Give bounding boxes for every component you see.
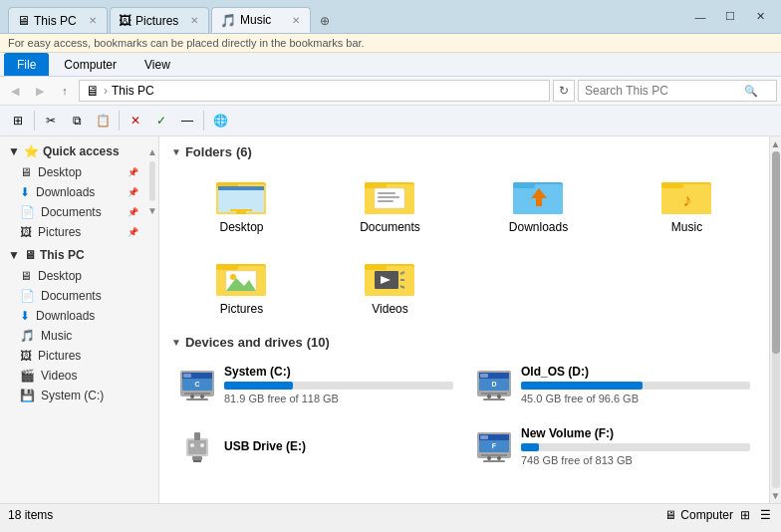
folders-section-header[interactable]: ▼ Folders (6) <box>171 144 757 159</box>
folder-item-downloads[interactable]: Downloads <box>468 167 609 241</box>
sidebar-item-pictures-pc[interactable]: 🖼 Pictures <box>0 346 146 366</box>
folder-item-videos[interactable]: Videos <box>320 249 460 323</box>
folder-item-documents[interactable]: Documents <box>320 167 460 241</box>
svg-rect-49 <box>481 393 507 395</box>
music-tab-icon: 🎵 <box>220 13 236 28</box>
sidebar-item-documents-qa[interactable]: 📄 Documents 📌 <box>0 202 146 222</box>
sidebar-item-documents-qa-label: Documents <box>41 205 102 219</box>
pictures-qa-icon: 🖼 <box>20 225 32 239</box>
main-area: ▼ ⭐ Quick access 🖥 Desktop 📌 ⬇ Downloads… <box>0 136 781 503</box>
address-this-pc: This PC <box>112 84 154 98</box>
pin-icon-downloads: 📌 <box>128 187 138 197</box>
new-tab-button[interactable]: ⊕ <box>313 9 337 33</box>
sidebar-item-pictures-qa[interactable]: 🖼 Pictures 📌 <box>0 222 146 242</box>
sidebar-item-documents-pc[interactable]: 📄 Documents <box>0 286 146 306</box>
sidebar-item-pictures-qa-label: Pictures <box>38 225 81 239</box>
back-button[interactable]: ◀ <box>4 80 26 102</box>
svg-text:F: F <box>492 442 497 449</box>
this-pc-header[interactable]: ▼ 🖥 This PC <box>0 244 146 266</box>
grid-view-button[interactable]: ⊞ <box>6 109 30 133</box>
sidebar-item-downloads-pc[interactable]: ⬇ Downloads <box>0 306 146 326</box>
cut-button[interactable]: ✂ <box>39 109 63 133</box>
drive-new-volume-f[interactable]: F New Volume (F:) 748 GB free of 813 GB <box>468 419 757 473</box>
content-scrollbar: ▲ ▼ <box>769 136 781 503</box>
sidebar-item-downloads-qa[interactable]: ⬇ Downloads 📌 <box>0 182 146 202</box>
music-pc-icon: 🎵 <box>20 329 35 343</box>
tab-music[interactable]: 🎵 Music ✕ <box>211 7 311 33</box>
address-computer-icon: 🖥 <box>86 83 100 99</box>
delete-button[interactable]: ✕ <box>124 109 147 133</box>
sidebar-item-documents-pc-label: Documents <box>41 289 102 303</box>
ribbon-tab-computer[interactable]: Computer <box>51 53 130 76</box>
sidebar-scroll-up[interactable]: ▲ <box>145 144 159 159</box>
refresh-button[interactable]: ↻ <box>553 80 575 102</box>
folder-item-music[interactable]: ♪ Music <box>617 167 757 241</box>
svg-rect-64 <box>480 435 488 439</box>
large-icons-view-button[interactable]: ⊞ <box>737 507 753 523</box>
ribbon-tab-file[interactable]: File <box>4 53 49 76</box>
sidebar-item-system-c[interactable]: 💾 System (C:) <box>0 386 146 405</box>
tab-music-close[interactable]: ✕ <box>290 13 302 28</box>
svg-point-26 <box>230 274 236 280</box>
drive-usb-e[interactable]: USB Drive (E:) <box>171 419 460 473</box>
ribbon-tab-view[interactable]: View <box>131 53 183 76</box>
sidebar-item-desktop-qa-label: Desktop <box>38 165 82 179</box>
tab-pictures[interactable]: 🖼 Pictures ✕ <box>110 7 209 33</box>
tab-this-pc[interactable]: 🖥 This PC ✕ <box>8 7 108 33</box>
up-button[interactable]: ↑ <box>54 80 76 102</box>
tab-pictures-close[interactable]: ✕ <box>188 13 200 28</box>
quick-access-toggle: ▼ <box>8 144 20 158</box>
content-scrollbar-thumb[interactable] <box>772 151 780 354</box>
system-c-icon: 💾 <box>20 389 35 402</box>
minus-button[interactable]: — <box>175 109 199 133</box>
folders-toggle-icon: ▼ <box>171 146 181 157</box>
globe-button[interactable]: 🌐 <box>208 109 232 133</box>
content-scroll-down[interactable]: ▼ <box>771 490 781 501</box>
ribbon: File Computer View <box>0 53 781 77</box>
desktop-pc-icon: 🖥 <box>20 269 32 283</box>
tab-music-label: Music <box>240 13 271 27</box>
sidebar-item-desktop-qa[interactable]: 🖥 Desktop 📌 <box>0 162 146 182</box>
check-button[interactable]: ✓ <box>149 109 173 133</box>
devices-toggle-icon: ▼ <box>171 337 181 348</box>
folder-item-desktop[interactable]: Desktop <box>171 167 312 241</box>
folder-item-pictures[interactable]: Pictures <box>171 249 312 323</box>
drive-system-c[interactable]: C System (C:) 81.9 GB free of 118 GB <box>171 358 460 411</box>
devices-section-header[interactable]: ▼ Devices and drives (10) <box>171 335 757 350</box>
forward-button[interactable]: ▶ <box>29 80 51 102</box>
close-button[interactable]: ✕ <box>747 6 773 28</box>
sidebar-scroll-down[interactable]: ▼ <box>145 203 159 218</box>
svg-rect-4 <box>218 186 264 190</box>
sidebar-item-music-pc[interactable]: 🎵 Music <box>0 326 146 346</box>
drive-d-bar-fill <box>521 382 643 390</box>
sidebar-item-videos-pc-label: Videos <box>41 369 77 383</box>
drive-old-os-d[interactable]: D Old_OS (D:) 45.0 GB free of 96.6 GB <box>468 358 757 411</box>
quick-access-header[interactable]: ▼ ⭐ Quick access <box>0 140 146 162</box>
desktop-folder-label: Desktop <box>219 220 263 234</box>
minimize-button[interactable]: — <box>687 6 713 28</box>
address-bar: ◀ ▶ ↑ 🖥 › This PC ↻ 🔍 <box>0 77 781 106</box>
search-box[interactable]: 🔍 <box>578 80 777 102</box>
svg-rect-65 <box>481 454 507 456</box>
tab-this-pc-close[interactable]: ✕ <box>87 13 99 28</box>
system-drive-d-icon: D <box>475 367 513 402</box>
toolbar: ⊞ ✂ ⧉ 📋 ✕ ✓ — 🌐 <box>0 106 781 136</box>
copy-button[interactable]: ⧉ <box>65 109 89 133</box>
search-input[interactable] <box>585 84 744 98</box>
music-folder-icon: ♪ <box>661 174 713 216</box>
usb-drive-e-icon <box>178 428 216 464</box>
content-area: ▼ Folders (6) Desktop <box>159 136 769 503</box>
sidebar-item-music-pc-label: Music <box>41 329 72 343</box>
this-pc-toggle: ▼ <box>8 248 20 262</box>
drive-f-bar-fill <box>521 443 539 451</box>
content-scroll-up[interactable]: ▲ <box>771 138 781 149</box>
details-view-button[interactable]: ☰ <box>757 507 773 523</box>
drive-c-info: System (C:) 81.9 GB free of 118 GB <box>224 365 453 404</box>
sidebar-item-downloads-qa-label: Downloads <box>36 185 95 199</box>
downloads-pc-icon: ⬇ <box>20 309 30 323</box>
paste-button[interactable]: 📋 <box>91 109 115 133</box>
address-path[interactable]: 🖥 › This PC <box>79 80 550 102</box>
sidebar-item-desktop-pc[interactable]: 🖥 Desktop <box>0 266 146 286</box>
sidebar-item-videos-pc[interactable]: 🎬 Videos <box>0 366 146 386</box>
maximize-button[interactable]: ☐ <box>717 6 743 28</box>
